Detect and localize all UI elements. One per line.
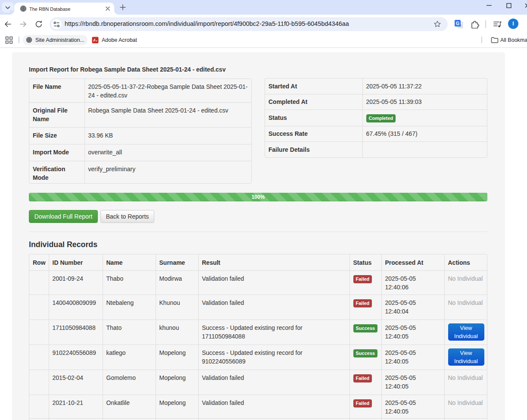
svg-text:G: G: [456, 21, 459, 26]
